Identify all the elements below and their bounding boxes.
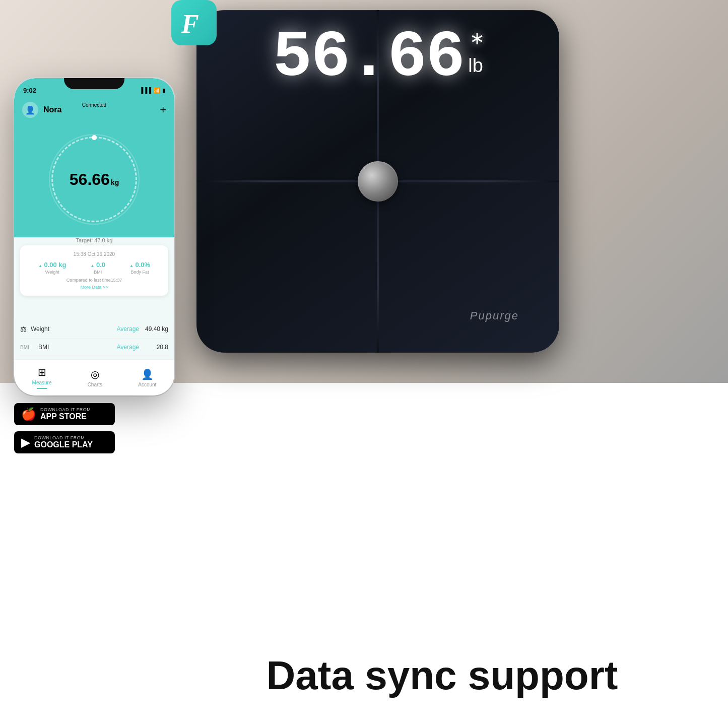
phone-username: Nora [43,105,61,114]
fibit-app-icon: F [171,0,217,45]
svg-text:F: F [181,10,199,38]
weight-stat-level: Average [117,325,139,333]
bmi-metric-value: ▲ 0.0 [90,261,105,269]
weight-circle-area: 56.66kg [14,121,174,237]
stat-row-bmi: BMI BMI Average 20.8 [20,339,168,356]
signal-icon: ▐▐▐ [140,87,151,93]
measure-nav-label: Measure [32,380,52,385]
measure-nav-icon: ⊞ [38,366,46,378]
google-play-text: Download it from GOOGLE PLAY [34,435,93,449]
bmi-stat-name: BMI [38,344,113,351]
tagline-text: Data sync support [171,653,713,698]
scale-weight-value: 56.66 [273,21,464,95]
weight-stat-value: 49.40 kg [143,325,168,333]
weight-stat-name: Weight [31,325,113,333]
weight-metric-value: ▲ 0.00 kg [38,261,67,269]
phone-data-card: 15:38 Oct.16,2020 ▲ 0.00 kg Weight ▲ 0.0… [20,245,168,296]
circle-dot [92,135,97,140]
phone-time: 9:02 [23,87,36,94]
data-date: 15:38 Oct.16,2020 [26,251,162,257]
metric-bmi: ▲ 0.0 BMI [90,261,105,275]
stat-row-weight: ⚖ Weight Average 49.40 kg [20,320,168,339]
weight-circle: 56.66kg [51,137,137,222]
bmi-stat-value: 20.8 [143,344,168,351]
account-nav-label: Account [138,382,156,387]
phone-status-icons: ▐▐▐ 📶 ▮ [140,87,165,94]
metric-bodyfat: ▲ 0.0% Body Fat [129,261,150,275]
apple-badge-icon: 🍎 [21,407,36,421]
wifi-icon: 📶 [153,87,160,94]
compare-text: Compared to last time15:37 [26,278,162,283]
phone-avatar: 👤 [22,102,38,118]
weight-stat-icon: ⚖ [20,325,27,333]
download-badges: 🍎 Download it from APP STORE ▶ Download … [14,403,115,453]
scale-center-knob [358,161,398,202]
bluetooth-icon: ∗ [470,28,485,49]
circle-weight-value: 56.66kg [70,170,119,189]
battery-icon: ▮ [162,87,165,94]
scale-unit: lb [468,55,483,76]
nav-charts[interactable]: ◎ Charts [88,368,102,387]
metric-weight: ▲ 0.00 kg Weight [38,261,67,275]
phone-bottom-nav: ⊞ Measure ◎ Charts 👤 Account [14,359,174,395]
google-play-badge[interactable]: ▶ Download it from GOOGLE PLAY [14,431,115,453]
bodyfat-metric-value: ▲ 0.0% [129,261,150,269]
data-metrics: ▲ 0.00 kg Weight ▲ 0.0 BMI ▲ 0.0% Body F… [26,261,162,275]
google-badge-icon: ▶ [21,435,30,449]
bmi-category-label: BMI [20,345,34,350]
bmi-stat-level: Average [117,344,139,351]
scale-device: 56.66lb ∗ Pupurge [196,10,559,353]
phone-screen: 9:02 ▐▐▐ 📶 ▮ 👤 Nora Connected + 56.66kg [14,78,174,395]
fibit-logo-svg: F [179,8,209,38]
measure-active-indicator [37,388,47,389]
phone-notch [64,78,124,89]
phone-target: Target: 47.0 kg [14,237,174,243]
connected-status: Connected [82,102,106,108]
nav-account[interactable]: 👤 Account [138,368,156,387]
account-nav-icon: 👤 [141,368,154,380]
charts-nav-icon: ◎ [91,368,99,380]
scale-brand: Pupurge [470,309,519,322]
nav-measure[interactable]: ⊞ Measure [32,366,52,389]
phone-header: 👤 Nora Connected + [14,98,174,121]
more-data-link[interactable]: More Data >> [26,285,162,290]
phone-user-row: 👤 Nora [22,102,61,118]
add-button[interactable]: + [160,103,166,116]
phone-mockup: 9:02 ▐▐▐ 📶 ▮ 👤 Nora Connected + 56.66kg [14,78,174,395]
app-store-text: Download it from APP STORE [40,407,91,421]
charts-nav-label: Charts [88,382,102,387]
app-store-badge[interactable]: 🍎 Download it from APP STORE [14,403,115,425]
